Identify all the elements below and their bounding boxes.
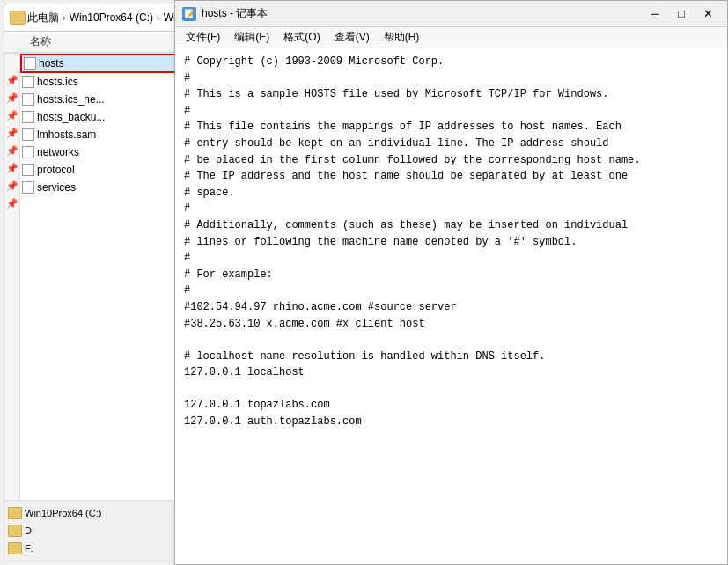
folder-icon — [10, 11, 26, 25]
sidebar-drives: Win10Prox64 (C:) D: F: — [4, 500, 180, 561]
file-row-protocol[interactable]: protocol — [20, 161, 180, 179]
drive-c-icon — [8, 507, 22, 519]
sidebar-item-f[interactable]: F: — [4, 539, 180, 557]
file-name-services: services — [37, 181, 76, 194]
left-panel: 📌 📌 📌 📌 📌 📌 📌 📌 hosts hosts — [4, 53, 180, 561]
file-icon-hosts — [24, 57, 36, 70]
sidebar-item-d[interactable]: D: — [4, 522, 180, 539]
qa-pin-0[interactable]: 📌 — [4, 71, 19, 89]
sidebar-label-f: F: — [25, 543, 33, 554]
drive-d-icon — [8, 525, 22, 537]
qa-pin-1[interactable]: 📌 — [4, 89, 19, 106]
file-name-networks: networks — [37, 146, 79, 158]
sidebar-label-c: Win10Prox64 (C:) — [25, 508, 101, 518]
file-row-hosts[interactable]: hosts — [20, 54, 180, 73]
file-icon-hosts-backu — [22, 111, 34, 123]
file-row-networks[interactable]: networks — [20, 143, 180, 161]
qa-strip: 📌 📌 📌 📌 📌 📌 📌 📌 — [4, 54, 20, 500]
file-entries: hosts hosts.ics hosts.ics_ne... hosts_ba… — [20, 54, 180, 500]
qa-pin-3[interactable]: 📌 — [4, 124, 19, 142]
qa-pin-2[interactable]: 📌 — [4, 106, 19, 124]
file-name-protocol: protocol — [37, 164, 75, 176]
qa-pin-7[interactable]: 📌 — [4, 194, 19, 212]
file-row-services[interactable]: services — [20, 179, 180, 196]
file-row-hosts-ics[interactable]: hosts.ics — [20, 73, 180, 91]
qa-pin-4[interactable]: 📌 — [4, 142, 19, 159]
files-with-qa: 📌 📌 📌 📌 📌 📌 📌 📌 hosts hosts — [4, 54, 180, 500]
file-icon-hosts-ics — [22, 76, 34, 88]
breadcrumb-item-1[interactable]: Win10Prox64 (C:) — [70, 11, 153, 24]
file-icon-lmhosts — [22, 128, 34, 141]
sidebar-label-d: D: — [25, 525, 34, 536]
file-name-hosts-backu: hosts_backu... — [37, 111, 105, 123]
notepad-content[interactable]: # Copyright (c) 1993-2009 Microsoft Corp… — [175, 53, 724, 561]
file-icon-protocol — [22, 164, 34, 176]
notepad-window: 📝 hosts - 记事本 ─ □ ✕ 文件(F) 编辑(E) 格式(O) 查看… — [174, 53, 724, 561]
file-icon-networks — [22, 146, 34, 158]
file-name-hosts-ics-ne: hosts.ics_ne... — [37, 93, 105, 106]
file-icon-hosts-ics-ne — [22, 93, 34, 106]
breadcrumb-sep-1: › — [155, 12, 162, 23]
file-name-hosts: hosts — [39, 57, 64, 70]
file-name-hosts-ics: hosts.ics — [37, 76, 78, 88]
breadcrumb-item-0[interactable]: 此电脑 — [27, 11, 59, 26]
file-icon-services — [22, 181, 34, 194]
drive-f-icon — [8, 542, 22, 554]
qa-pin-6[interactable]: 📌 — [4, 177, 19, 194]
col-header-name[interactable]: 名称 — [23, 34, 199, 49]
file-name-lmhosts: lmhosts.sam — [37, 128, 96, 141]
file-row-hosts-backu[interactable]: hosts_backu... — [20, 108, 180, 126]
file-row-hosts-ics-ne[interactable]: hosts.ics_ne... — [20, 91, 180, 108]
sidebar-item-c[interactable]: Win10Prox64 (C:) — [4, 504, 180, 522]
breadcrumb-sep-0: › — [61, 12, 68, 23]
qa-pin-5[interactable]: 📌 — [4, 159, 19, 177]
main-content: 📌 📌 📌 📌 📌 📌 📌 📌 hosts hosts — [4, 53, 724, 561]
file-row-lmhosts[interactable]: lmhosts.sam — [20, 126, 180, 143]
